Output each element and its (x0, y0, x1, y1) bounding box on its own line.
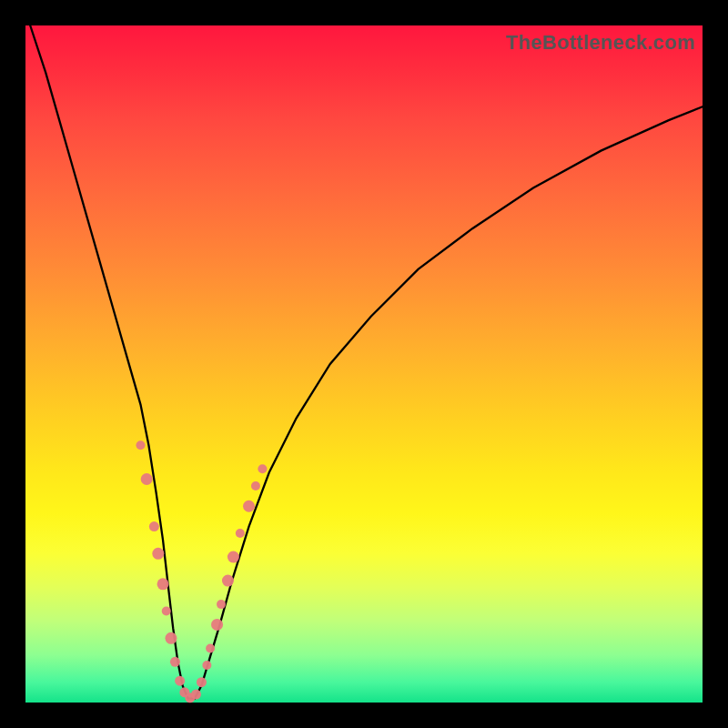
highlight-marker (152, 548, 164, 560)
highlight-marker (202, 661, 211, 670)
highlight-marker (170, 657, 180, 667)
highlight-marker (217, 600, 226, 609)
highlight-marker (141, 473, 153, 485)
plot-area: TheBottleneck.com (25, 25, 703, 703)
chart-frame: TheBottleneck.com (0, 0, 728, 728)
highlight-marker (157, 578, 169, 590)
highlight-marker (162, 607, 171, 616)
highlight-marker (175, 676, 185, 686)
highlight-marker (222, 575, 234, 587)
highlight-marker (206, 643, 215, 652)
highlight-marker (165, 632, 177, 644)
marker-cluster (136, 440, 267, 703)
bottleneck-curve (30, 25, 703, 699)
highlight-marker (243, 500, 255, 512)
highlight-marker (136, 440, 145, 450)
highlight-marker (191, 690, 201, 700)
highlight-marker (228, 551, 239, 563)
highlight-marker (236, 529, 245, 538)
highlight-marker (149, 521, 159, 531)
highlight-marker (211, 619, 223, 631)
highlight-marker (251, 481, 260, 490)
highlight-marker (258, 464, 267, 473)
highlight-marker (197, 677, 207, 687)
curve-layer (25, 25, 703, 703)
